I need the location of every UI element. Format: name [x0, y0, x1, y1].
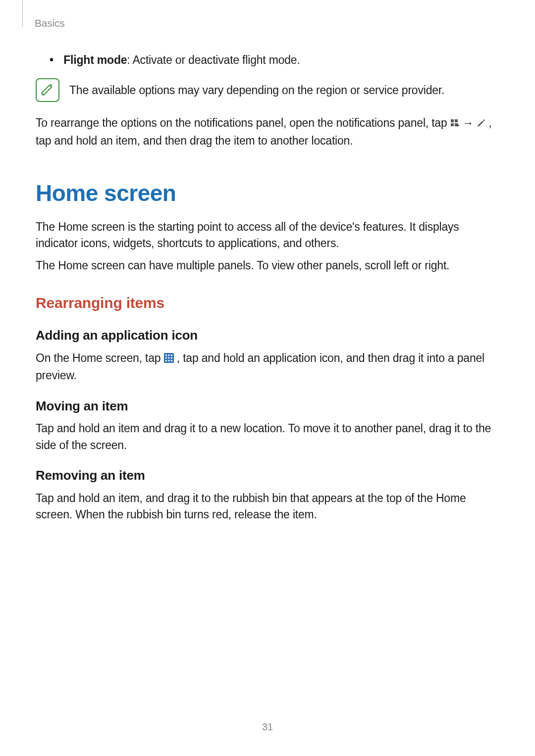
svg-rect-5 [457, 124, 458, 127]
svg-rect-2 [451, 123, 454, 126]
svg-rect-12 [171, 357, 172, 358]
arrow-text: → [462, 116, 477, 129]
svg-rect-14 [168, 360, 169, 361]
svg-rect-13 [165, 360, 167, 361]
heading-removing-item: Removing an item [36, 466, 499, 485]
heading-rearranging-items: Rearranging items [36, 292, 499, 314]
note-callout: The available options may vary depending… [36, 78, 499, 102]
apps-grid-icon [164, 351, 174, 367]
heading-moving-item: Moving an item [36, 397, 499, 416]
flight-mode-label: Flight mode [63, 53, 127, 66]
svg-rect-7 [165, 354, 167, 356]
page-content: Flight mode: Activate or deactivate flig… [36, 52, 499, 529]
home-para-1: The Home screen is the starting point to… [36, 219, 499, 252]
quick-settings-icon [450, 116, 459, 132]
adding-para: On the Home screen, tap , tap and hold a… [36, 350, 499, 384]
list-item-flight-mode: Flight mode: Activate or deactivate flig… [50, 52, 499, 68]
page-number: 31 [0, 720, 535, 734]
svg-rect-11 [168, 357, 169, 358]
adding-text-1: On the Home screen, tap [36, 352, 164, 364]
rearrange-text-1: To rearrange the options on the notifica… [36, 116, 450, 129]
home-para-2: The Home screen can have multiple panels… [36, 257, 499, 274]
heading-adding-icon: Adding an application icon [36, 326, 499, 345]
flight-mode-text: : Activate or deactivate flight mode. [127, 53, 300, 66]
bullet-list: Flight mode: Activate or deactivate flig… [50, 52, 499, 68]
header-rule [22, 0, 23, 27]
removing-para: Tap and hold an item, and drag it to the… [36, 490, 499, 523]
svg-rect-9 [171, 354, 172, 356]
note-icon [36, 78, 59, 102]
svg-rect-0 [451, 119, 454, 122]
svg-rect-1 [455, 119, 458, 122]
svg-rect-8 [168, 354, 169, 356]
svg-rect-10 [165, 357, 167, 358]
edit-pen-icon [477, 116, 485, 132]
rearrange-paragraph: To rearrange the options on the notifica… [36, 115, 499, 149]
note-text: The available options may vary depending… [69, 78, 444, 99]
breadcrumb: Basics [35, 16, 65, 31]
moving-para: Tap and hold an item and drag it to a ne… [36, 420, 499, 454]
heading-home-screen: Home screen [36, 177, 499, 210]
svg-rect-15 [171, 360, 172, 361]
